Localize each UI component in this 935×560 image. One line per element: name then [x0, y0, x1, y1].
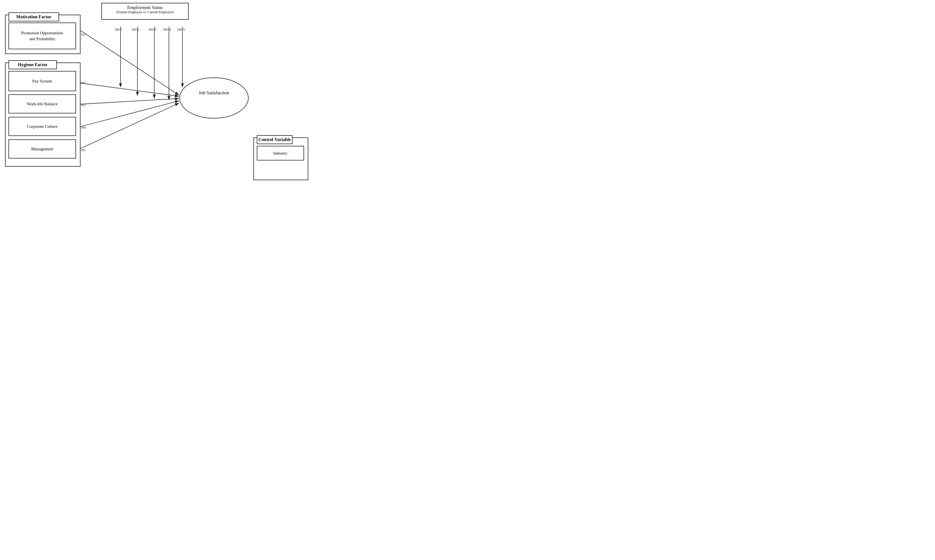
svg-line-4	[80, 101, 179, 127]
corporate-label: Corporate Culture	[27, 124, 58, 129]
svg-line-1	[80, 31, 179, 95]
svg-line-5	[80, 103, 179, 149]
job-satisfaction-label: Job Satisfaction	[194, 90, 234, 96]
h2-label: H2	[81, 80, 86, 85]
h6-1-label: H6-1	[115, 27, 123, 32]
management-box: Management	[8, 139, 76, 158]
h5-label: H5	[81, 148, 86, 152]
h6-3-label: H6-3	[149, 27, 156, 32]
promotion-box: Promotion Opportunitiesand Probability	[8, 23, 76, 49]
promotion-label: Promotion Opportunitiesand Probability	[21, 30, 63, 42]
h6-4-label: H6-4	[163, 27, 171, 32]
h6-2-label: H6-2	[132, 27, 139, 32]
diagram-container: Employment Status (Former Employee vs. C…	[0, 0, 312, 187]
motivation-factor-label: Motivation Factor	[8, 12, 59, 22]
industry-label: Industry	[274, 151, 288, 156]
employment-status-subtitle: (Former Employee vs. Current Employee)	[105, 10, 185, 14]
employment-status-title: Employment Status	[105, 5, 185, 10]
corporate-box: Corporate Culture	[8, 117, 76, 136]
industry-box: Industry	[257, 146, 304, 160]
svg-line-3	[80, 98, 179, 104]
pay-system-label: Pay System	[32, 79, 52, 84]
h1-label: H1	[81, 32, 86, 37]
work-life-label: Work-life Balance	[27, 102, 58, 106]
control-variable-label: Control Variable	[257, 135, 292, 144]
h6-5-label: H6-5	[177, 27, 185, 32]
h3-label: H3	[81, 103, 86, 107]
employment-status-box: Employment Status (Former Employee vs. C…	[101, 3, 189, 20]
pay-system-box: Pay System	[8, 71, 76, 91]
hygiene-factor-label: Hygiene Factor	[8, 60, 57, 69]
work-life-box: Work-life Balance	[8, 94, 76, 114]
svg-point-11	[180, 78, 248, 118]
h4-label: H4	[81, 125, 86, 130]
svg-line-2	[80, 83, 179, 96]
management-label: Management	[31, 147, 53, 151]
